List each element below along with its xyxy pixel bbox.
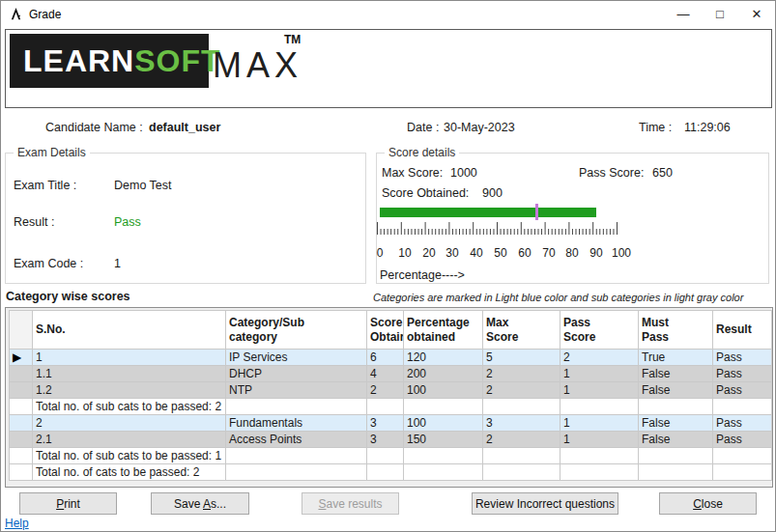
column-header-0[interactable]: S.No. <box>33 311 226 350</box>
review-incorrect-button[interactable]: Review Incorrect questions <box>472 492 618 515</box>
cell-result: Pass <box>713 366 772 382</box>
cell-result: Pass <box>713 382 772 399</box>
table-header-row: S.No.Category/Sub categoryScore ObtairPe… <box>10 311 772 350</box>
cell-category: DHCP <box>226 366 367 382</box>
logo-learn-text: LEARN <box>23 43 134 79</box>
result-value: Pass <box>114 215 141 229</box>
exam-details-groupbox: Exam Details Exam Title : Demo Test Resu… <box>5 153 366 284</box>
cell-score_obtained: 2 <box>367 382 404 399</box>
exam-details-title: Exam Details <box>14 146 90 159</box>
save-results-button[interactable]: Save results <box>302 492 399 515</box>
cell-pass_score: 2 <box>560 350 639 366</box>
pass-score-value: 650 <box>652 166 673 180</box>
save-as-button[interactable]: Save As... <box>151 492 249 515</box>
score-obtained-value: 900 <box>482 186 503 200</box>
table-row[interactable]: 2.1Access Points315021FalsePass <box>10 432 772 448</box>
scale-label-70: 70 <box>542 246 555 260</box>
percentage-ruler <box>377 222 618 235</box>
column-header-7[interactable]: Result <box>713 311 772 350</box>
pass-score-label: Pass Score: <box>579 166 644 180</box>
cell-pass_score: 1 <box>560 366 639 382</box>
close-window-button[interactable]: ✕ <box>738 1 775 27</box>
cell-pass_score: 1 <box>560 415 639 432</box>
cell-max_score: 3 <box>483 415 560 432</box>
column-header-1[interactable]: Category/Sub category <box>226 311 367 350</box>
title-bar[interactable]: Grade — □ ✕ <box>1 1 775 27</box>
cell-score_obtained: 4 <box>367 366 404 382</box>
cell-must_pass: False <box>639 382 713 399</box>
cell-must_pass: False <box>639 415 713 432</box>
row-selector-cell[interactable] <box>10 399 33 415</box>
cell-score_obtained: 6 <box>367 350 404 366</box>
cell-pass_score <box>560 464 639 481</box>
date-label: Date : <box>407 121 439 134</box>
scale-label-30: 30 <box>445 246 458 260</box>
candidate-name-value: default_user <box>149 121 220 134</box>
table-row[interactable]: Total no. of cats to be passed: 2 <box>10 464 772 481</box>
table-body: ▶1IP Services612052TruePass1.1DHCP420021… <box>10 350 772 481</box>
cell-max_score: 2 <box>483 382 560 399</box>
cell-percentage: 100 <box>404 382 483 399</box>
cell-category: Fundamentals <box>226 415 367 432</box>
current-row-arrow-icon[interactable]: ▶ <box>10 350 33 366</box>
cell-result <box>713 399 772 415</box>
cell-must_pass <box>639 464 713 481</box>
cell-percentage <box>404 448 483 464</box>
row-selector-cell[interactable] <box>10 432 33 448</box>
column-header-5[interactable]: Pass Score <box>560 311 639 350</box>
scale-label-100: 100 <box>612 246 631 260</box>
percentage-axis-label: Percentage----> <box>380 268 465 282</box>
exam-code-value: 1 <box>114 257 121 270</box>
help-link[interactable]: Help <box>5 517 29 530</box>
cell-percentage <box>404 399 483 415</box>
percentage-scale-labels: 0102030405060708090100 <box>379 246 619 260</box>
maximize-button[interactable]: □ <box>702 1 738 27</box>
cell-max_score <box>483 399 560 415</box>
cell-percentage: 120 <box>404 350 483 366</box>
cell-percentage: 200 <box>404 366 483 382</box>
scale-label-90: 90 <box>589 246 602 260</box>
table-row[interactable]: Total no. of sub cats to be passed: 2 <box>10 399 772 415</box>
row-selector-cell[interactable] <box>10 366 33 382</box>
table-row[interactable]: 1.2NTP210021FalsePass <box>10 382 772 399</box>
cell-score_obtained <box>367 448 404 464</box>
cell-score_obtained: 3 <box>367 432 404 448</box>
cell-result: Pass <box>713 350 772 366</box>
cell-max_score: 2 <box>483 432 560 448</box>
cell-result <box>713 464 772 481</box>
column-header-6[interactable]: Must Pass <box>639 311 713 350</box>
exam-title-value: Demo Test <box>114 179 172 192</box>
close-button[interactable]: Close <box>659 492 757 515</box>
time-value: 11:29:06 <box>684 121 731 134</box>
row-selector-cell[interactable] <box>10 382 33 399</box>
cell-category <box>226 399 367 415</box>
table-row[interactable]: Total no. of sub cats to be passed: 1 <box>10 448 772 464</box>
column-header-4[interactable]: Max Score <box>483 311 560 350</box>
cell-category <box>226 448 367 464</box>
cell-category: Access Points <box>226 432 367 448</box>
row-selector-header <box>10 311 33 350</box>
cell-sno: 1 <box>33 350 226 366</box>
category-scores-table[interactable]: S.No.Category/Sub categoryScore ObtairPe… <box>9 310 772 481</box>
row-selector-cell[interactable] <box>10 415 33 432</box>
row-selector-cell[interactable] <box>10 464 33 481</box>
scale-label-40: 40 <box>470 246 482 260</box>
minimize-button[interactable]: — <box>665 1 702 27</box>
column-header-2[interactable]: Score Obtair <box>367 311 404 350</box>
table-row[interactable]: ▶1IP Services612052TruePass <box>10 350 772 366</box>
print-button[interactable]: Print <box>19 492 117 515</box>
window-title: Grade <box>29 8 61 21</box>
max-score-value: 1000 <box>450 166 477 180</box>
logo-learnsoft: LEARNSOFT <box>10 34 209 88</box>
row-selector-cell[interactable] <box>10 448 33 464</box>
table-row[interactable]: 1.1DHCP420021FalsePass <box>10 366 772 382</box>
cell-result: Pass <box>713 415 772 432</box>
logo-banner: LEARNSOFT MAX TM <box>5 29 772 108</box>
app-logo-icon <box>9 7 23 21</box>
column-header-3[interactable]: Percentage obtained <box>404 311 483 350</box>
table-row[interactable]: 2Fundamentals310031FalsePass <box>10 415 772 432</box>
cell-max_score <box>483 448 560 464</box>
cell-must_pass <box>639 399 713 415</box>
cell-sno: Total no. of sub cats to be passed: 1 <box>33 448 226 464</box>
result-label: Result : <box>14 215 54 229</box>
